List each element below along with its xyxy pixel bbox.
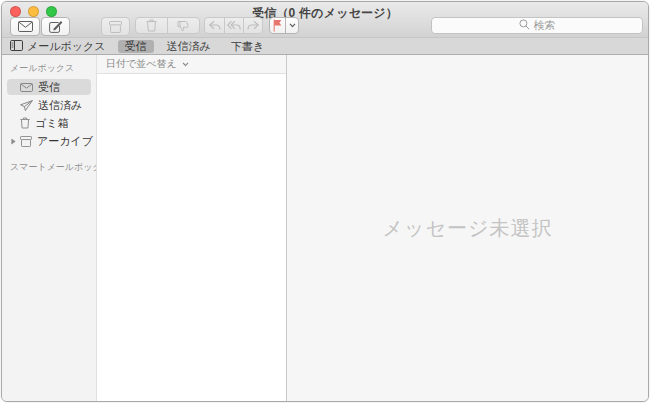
archive-button[interactable] [101, 17, 130, 36]
get-mail-icon [18, 21, 33, 32]
sidebar-item-label: アーカイブ [37, 134, 93, 149]
mail-window: 受信（0 件のメッセージ） [1, 1, 649, 402]
titlebar: 受信（0 件のメッセージ） [2, 2, 648, 38]
reply-all-icon [227, 20, 241, 31]
favorite-tab-drafts[interactable]: 下書き [224, 40, 271, 53]
sidebar-item-label: ゴミ箱 [35, 116, 69, 131]
preview-pane: メッセージ未選択 [286, 55, 648, 401]
junk-icon [177, 20, 190, 32]
inbox-envelope-icon [20, 83, 33, 92]
trash-button[interactable] [135, 17, 168, 34]
message-list: 日付で並べ替え [97, 55, 286, 401]
trash-junk-group [135, 17, 200, 36]
reply-group [204, 17, 263, 36]
sidebar-item-sent[interactable]: 送信済み [7, 97, 91, 113]
flag-icon [273, 19, 282, 32]
favorite-tab-sent[interactable]: 送信済み [160, 40, 218, 53]
get-mail-button[interactable] [10, 17, 40, 36]
sidebar-item-archive[interactable]: アーカイブ [7, 133, 91, 149]
sidebar-item-label: 送信済み [38, 98, 82, 113]
reply-icon [208, 20, 221, 31]
sidebar-item-inbox[interactable]: 受信 [7, 79, 91, 95]
sort-by-label: 日付で並べ替え [106, 57, 177, 71]
search-input[interactable]: 検索 [431, 17, 643, 34]
message-list-body[interactable] [97, 74, 286, 401]
forward-button[interactable] [243, 17, 263, 34]
trash-icon [146, 19, 157, 32]
sort-by-button[interactable]: 日付で並べ替え [97, 55, 286, 74]
archive-box-icon [20, 136, 32, 147]
flag-menu-button[interactable] [285, 17, 299, 34]
search-placeholder: 検索 [534, 18, 556, 33]
chevron-down-icon [289, 23, 296, 28]
sidebar-item-trash[interactable]: ゴミ箱 [7, 115, 91, 131]
junk-button[interactable] [167, 17, 200, 34]
sidebar-section-smart-mailboxes: スマートメールボックス [2, 158, 96, 178]
search-icon [519, 19, 530, 32]
trash-icon [20, 117, 30, 129]
forward-icon [247, 20, 260, 31]
reply-button[interactable] [204, 17, 225, 34]
favorite-tab-inbox[interactable]: 受信 [118, 40, 154, 53]
sidebar: メールボックス 受信 送信済み ゴミ箱 アーカイブ スマートメールボックス [2, 55, 97, 401]
favorites-bar: メールボックス 受信 送信済み 下書き [2, 38, 648, 55]
compose-button[interactable] [41, 17, 70, 36]
flag-button[interactable] [269, 17, 286, 34]
reply-all-button[interactable] [224, 17, 244, 34]
disclosure-triangle-icon[interactable] [11, 138, 16, 145]
sidebar-section-mailboxes: メールボックス [2, 59, 96, 79]
mailboxes-toggle-button[interactable]: メールボックス [10, 39, 106, 54]
archive-icon [109, 21, 122, 33]
chevron-down-icon [182, 62, 189, 67]
no-message-selected-text: メッセージ未選択 [383, 215, 553, 242]
sidebar-item-label: 受信 [38, 80, 60, 95]
mailboxes-toggle-label: メールボックス [27, 39, 106, 54]
paper-plane-icon [20, 100, 33, 111]
flag-group [269, 17, 299, 36]
content-area: メールボックス 受信 送信済み ゴミ箱 アーカイブ スマートメールボックス [2, 55, 648, 401]
compose-icon [49, 20, 63, 33]
sidebar-toggle-icon [10, 40, 23, 53]
